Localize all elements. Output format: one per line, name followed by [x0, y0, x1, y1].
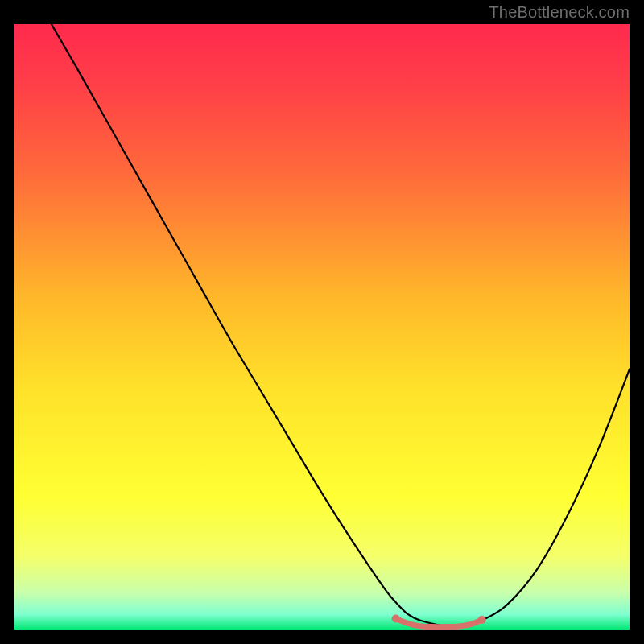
- watermark-text: TheBottleneck.com: [489, 3, 630, 22]
- gradient-background: [14, 24, 630, 630]
- optimal-band-dot-right: [478, 616, 486, 624]
- chart-frame: [14, 24, 630, 630]
- bottleneck-chart: [14, 24, 630, 630]
- optimal-band-dot-left: [392, 614, 400, 622]
